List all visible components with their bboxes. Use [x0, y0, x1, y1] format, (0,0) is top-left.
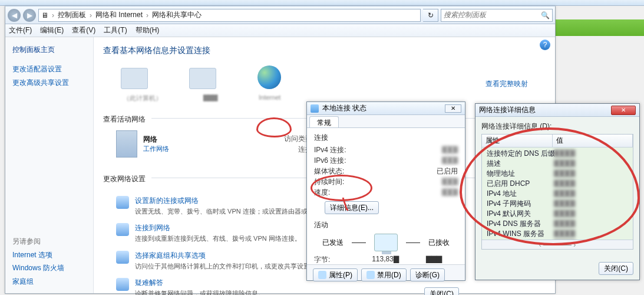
task-link-connect[interactable]: 连接到网络: [135, 223, 301, 233]
map-label-inet: Internet: [259, 94, 280, 103]
col-property[interactable]: 属性: [482, 135, 553, 147]
prop-name: 连接特定的 DNS 后缀: [483, 149, 554, 159]
sidebar-footer-heading: 另请参阅: [12, 237, 41, 245]
page-title: 查看基本网络信息并设置连接: [103, 45, 546, 56]
prop-name: IPv4 子网掩码: [483, 199, 554, 209]
task-link-setup[interactable]: 设置新的连接或网络: [135, 196, 333, 206]
prop-name: IPv4 WINS 服务器: [483, 229, 554, 239]
prop-value: ▇▇▇▇: [554, 169, 632, 179]
prop-value: ▇▇▇▇: [554, 189, 632, 199]
sidebar-link-homegroup[interactable]: 家庭组: [12, 275, 64, 289]
task-desc-connect: 连接到或重新连接到无线、有线、拨号或 VPN 网络连接。: [135, 234, 301, 243]
status-title: 本地连接 状态: [322, 103, 366, 113]
activity-icon: [374, 234, 398, 251]
group-activity: 活动: [314, 220, 458, 230]
prop-value: ▇▇▇▇: [554, 159, 632, 169]
network-type-link[interactable]: 工作网络: [143, 145, 169, 152]
details-row[interactable]: 物理地址▇▇▇▇: [482, 169, 633, 179]
menu-help[interactable]: 帮助(H): [136, 25, 160, 35]
row-speed-value: ▇▇▇: [361, 188, 458, 198]
bytes-label: 字节:: [314, 255, 361, 265]
details-row[interactable]: IPv4 DNS 服务器▇▇▇▇: [482, 219, 633, 229]
task-link-troubleshoot[interactable]: 疑难解答: [135, 278, 265, 288]
sidebar-link-adapter[interactable]: 更改适配器设置: [12, 63, 86, 76]
recv-label: 已接收: [428, 238, 450, 248]
status-tabstrip: 常规: [307, 115, 465, 128]
bytes-recv: ▇▇▇: [409, 255, 458, 265]
details-title-bar[interactable]: 网络连接详细信息 ✕: [475, 104, 639, 117]
details-row[interactable]: IPv4 WINS 服务器▇▇▇▇: [482, 229, 633, 239]
prop-value: ▇▇▇▇: [554, 199, 632, 209]
prop-name: 已启用 DHCP: [483, 179, 554, 189]
prop-value: ▇▇▇▇: [554, 229, 632, 239]
details-row[interactable]: 描述▇▇▇▇: [482, 159, 633, 169]
details-row[interactable]: IPv4 子网掩码▇▇▇▇: [482, 199, 633, 209]
map-label-this: （此计算机）: [123, 94, 162, 103]
task-icon-connect: [116, 223, 129, 236]
annotation-circle-local-conn: [256, 117, 292, 137]
prop-name: 描述: [483, 159, 554, 169]
details-row[interactable]: IPv4 地址▇▇▇▇: [482, 189, 633, 199]
prop-value: ▇▇▇▇: [554, 209, 632, 219]
col-value[interactable]: 值: [553, 135, 633, 147]
group-connection: 连接: [314, 133, 458, 143]
disable-button[interactable]: 禁用(D): [361, 268, 407, 281]
sidebar-home[interactable]: 控制面板主页: [12, 43, 86, 57]
search-input[interactable]: 搜索控制面板 🔍: [441, 9, 553, 22]
bytes-sent: 113,83▇: [361, 255, 409, 265]
active-networks-heading: 查看活动网络: [103, 114, 146, 124]
details-row[interactable]: 已启用 DHCP▇▇▇▇: [482, 179, 633, 189]
shield-icon: [318, 271, 326, 279]
task-desc-setup: 设置无线、宽带、拨号、临时或 VPN 连接；或设置路由器或访问点。: [135, 207, 333, 216]
details-row[interactable]: 连接特定的 DNS 后缀▇▇▇▇: [482, 149, 633, 159]
details-close-footer-button[interactable]: 关闭(C): [599, 262, 633, 275]
row-ipv6-label: IPv6 连接:: [314, 156, 361, 166]
details-title: 网络连接详细信息: [479, 105, 536, 115]
node-network: [189, 68, 216, 89]
shield-icon: [366, 271, 375, 279]
search-placeholder: 搜索控制面板: [444, 10, 486, 20]
status-title-bar[interactable]: 本地连接 状态 ✕: [307, 102, 465, 115]
status-close-button[interactable]: ✕: [445, 104, 461, 113]
details-close-button[interactable]: ✕: [611, 106, 636, 115]
menu-view[interactable]: 查看(V): [72, 25, 95, 35]
diagnose-button[interactable]: 诊断(G): [410, 268, 445, 281]
view-full-map-link[interactable]: 查看完整映射: [486, 79, 528, 89]
prop-value: ▇▇▇▇: [554, 149, 632, 159]
node-this-pc: [121, 68, 148, 89]
breadcrumb-seg-3[interactable]: 网络和共享中心: [152, 10, 202, 20]
prop-name: 物理地址: [483, 169, 554, 179]
details-button[interactable]: 详细信息(E)...: [325, 201, 379, 214]
details-table: 属性 值 连接特定的 DNS 后缀▇▇▇▇描述▇▇▇▇物理地址▇▇▇▇已启用 D…: [481, 134, 633, 250]
details-row[interactable]: IPv4 默认网关▇▇▇▇: [482, 209, 633, 219]
nav-forward-button[interactable]: ▶: [23, 9, 36, 22]
properties-button[interactable]: 属性(P): [313, 268, 358, 281]
network-name: 网络: [143, 135, 169, 145]
status-close-footer-button[interactable]: 关闭(C): [424, 287, 459, 295]
breadcrumb-seg-2[interactable]: 网络和 Internet: [95, 10, 143, 20]
tab-general[interactable]: 常规: [309, 116, 339, 127]
sidebar-link-firewall[interactable]: Windows 防火墙: [12, 261, 64, 275]
task-icon-homegroup: [116, 251, 129, 264]
breadcrumb[interactable]: 🖥 › 控制面板 › 网络和 Internet › 网络和共享中心: [38, 9, 421, 22]
prop-value: ▇▇▇▇: [554, 219, 632, 229]
menu-file[interactable]: 文件(F): [9, 25, 32, 35]
menu-edit[interactable]: 编辑(E): [40, 25, 64, 35]
refresh-button[interactable]: ↻: [423, 9, 438, 22]
task-link-homegroup[interactable]: 选择家庭组和共享选项: [135, 251, 316, 261]
row-media-value: 已启用: [361, 166, 458, 176]
row-duration-value: ▇▇▇: [361, 177, 458, 187]
sidebar: 控制面板主页 更改适配器设置 更改高级共享设置 另请参阅 Internet 选项…: [5, 37, 94, 293]
sent-label: 已发送: [322, 238, 344, 248]
prop-value: ▇▇▇▇: [554, 179, 632, 189]
help-icon[interactable]: ?: [540, 40, 550, 50]
nav-back-button[interactable]: ◀: [8, 9, 21, 22]
menu-tools[interactable]: 工具(T): [104, 25, 127, 35]
sidebar-link-sharing[interactable]: 更改高级共享设置: [12, 76, 86, 90]
map-label-net: ▇▇▇: [203, 94, 217, 103]
task-desc-troubleshoot: 诊断并修复网络问题，或获得故障排除信息。: [135, 289, 265, 295]
search-icon: 🔍: [541, 11, 550, 19]
breadcrumb-seg-1[interactable]: 控制面板: [58, 10, 86, 20]
horizontal-scrollbar[interactable]: ‹ ———— ›: [482, 240, 633, 249]
sidebar-link-inet-options[interactable]: Internet 选项: [12, 248, 64, 262]
